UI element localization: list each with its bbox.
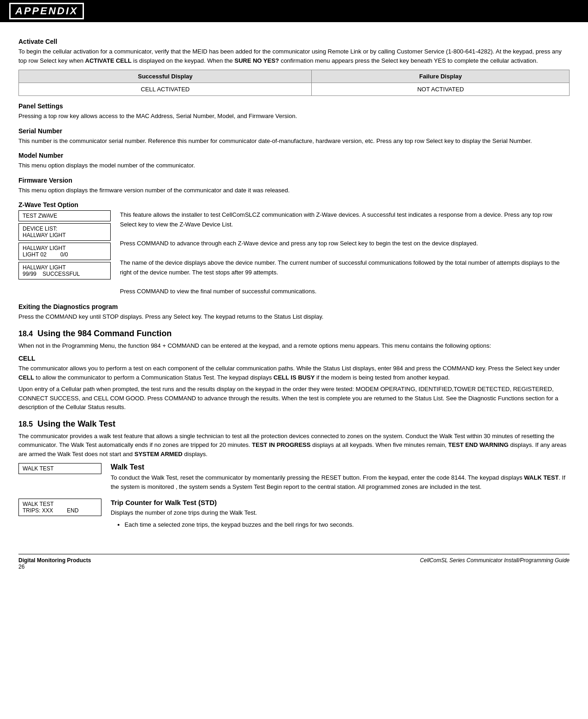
section-185: 18.5 Using the Walk Test The communicato… xyxy=(18,419,570,531)
panel-settings-body: Pressing a top row key allows access to … xyxy=(18,112,570,121)
section-184-header: 18.4 Using the 984 Command Function xyxy=(18,329,570,339)
page-header: APPENDIX xyxy=(0,0,588,22)
zwave-description: This feature allows the installer to tes… xyxy=(120,210,570,297)
activate-cell-title: Activate Cell xyxy=(18,38,570,45)
walktest-screen-wrap: WALK TEST xyxy=(18,463,101,474)
screen-line: HALLWAY LIGHT xyxy=(23,245,107,251)
tripcounter-screen-wrap: WALK TEST TRIPS: XXX END xyxy=(18,499,101,516)
panel-settings-title: Panel Settings xyxy=(18,102,570,110)
keypad-screen-4: HALLWAY LIGHT 99/99 SUCCESSFUL xyxy=(18,262,111,279)
walktest-screen: WALK TEST xyxy=(18,463,101,474)
section-185-body: The communicator provides a walk test fe… xyxy=(18,432,570,459)
screen-line: WALK TEST xyxy=(23,465,97,472)
tripcounter-title: Trip Counter for Walk Test (STD) xyxy=(111,499,354,506)
section-184: 18.4 Using the 984 Command Function When… xyxy=(18,329,570,412)
zwave-test-section: Z-Wave Test Option TEST ZWAVE DEVICE LIS… xyxy=(18,201,570,297)
section-184-number: 18.4 xyxy=(18,330,33,338)
firmware-version-title: Firmware Version xyxy=(18,177,570,184)
tripcounter-screen: WALK TEST TRIPS: XXX END xyxy=(18,499,101,516)
keypad-screen-2: DEVICE LIST: HALLWAY LIGHT xyxy=(18,223,111,241)
cell-body-2: Upon entry of a Cellular path when promp… xyxy=(18,385,570,412)
footer-left-block: Digital Monitoring Products 26 xyxy=(18,557,91,570)
tripcounter-list: Each time a selected zone trips, the key… xyxy=(125,520,354,529)
page-footer: Digital Monitoring Products 26 CellComSL… xyxy=(18,554,570,570)
serial-number-section: Serial Number This number is the communi… xyxy=(18,127,570,146)
section-185-number: 18.5 xyxy=(18,420,33,428)
serial-number-body: This number is the communicator serial n… xyxy=(18,137,570,146)
keypad-screen-1: TEST ZWAVE xyxy=(18,210,111,221)
screen-line: TRIPS: XXX END xyxy=(23,507,97,514)
model-number-section: Model Number This menu option displays t… xyxy=(18,152,570,170)
activate-cell-body: To begin the cellular activation for a c… xyxy=(18,47,570,65)
walktest-text-block: Walk Test To conduct the Walk Test, rese… xyxy=(111,463,570,494)
screen-line: HALLWAY LIGHT xyxy=(23,232,107,238)
section-184-intro: When not in the Programming Menu, the fu… xyxy=(18,341,570,351)
model-number-title: Model Number xyxy=(18,152,570,159)
firmware-version-section: Firmware Version This menu option displa… xyxy=(18,177,570,195)
cell-subtitle: CELL xyxy=(18,355,570,362)
page-number: 26 xyxy=(18,564,24,570)
table-header-failure: Failure Display xyxy=(312,70,570,83)
activate-cell-section: Activate Cell To begin the cellular acti… xyxy=(18,38,570,96)
screen-line: TEST ZWAVE xyxy=(23,213,107,219)
screen-line: LIGHT 02 0/0 xyxy=(23,251,107,258)
table-cell-not-activated: NOT ACTIVATED xyxy=(312,83,570,96)
section-185-title: Using the Walk Test xyxy=(37,419,115,429)
screen-line: HALLWAY LIGHT xyxy=(23,264,107,271)
tripcounter-layout: WALK TEST TRIPS: XXX END Trip Counter fo… xyxy=(18,499,570,531)
main-content: Activate Cell To begin the cellular acti… xyxy=(0,22,588,545)
list-item: Each time a selected zone trips, the key… xyxy=(125,520,354,529)
walktest-layout: WALK TEST Walk Test To conduct the Walk … xyxy=(18,463,570,494)
appendix-logo: APPENDIX xyxy=(9,3,84,19)
exiting-diagnostics-title: Exiting the Diagnostics program xyxy=(18,303,570,310)
serial-number-title: Serial Number xyxy=(18,127,570,135)
keypad-screen-3: HALLWAY LIGHT LIGHT 02 0/0 xyxy=(18,243,111,260)
screen-line: WALK TEST xyxy=(23,501,97,507)
walktest-body: To conduct the Walk Test, reset the comm… xyxy=(111,473,570,491)
cell-body-1: The communicator allows you to perform a… xyxy=(18,364,570,382)
firmware-version-body: This menu option displays the firmware v… xyxy=(18,186,570,195)
activate-cell-table: Successful Display Failure Display CELL … xyxy=(18,70,570,96)
zwave-test-title: Z-Wave Test Option xyxy=(18,201,570,208)
screen-line: 99/99 SUCCESSFUL xyxy=(23,271,107,277)
tripcounter-text-block: Trip Counter for Walk Test (STD) Display… xyxy=(111,499,354,531)
tripcounter-body: Displays the number of zone trips during… xyxy=(111,508,354,517)
table-cell-activated: CELL ACTIVATED xyxy=(19,83,312,96)
section-185-header: 18.5 Using the Walk Test xyxy=(18,419,570,429)
footer-company: Digital Monitoring Products xyxy=(18,557,91,564)
exiting-diagnostics-body: Press the COMMAND key until STOP display… xyxy=(18,312,570,321)
table-row: CELL ACTIVATED NOT ACTIVATED xyxy=(19,83,570,96)
model-number-body: This menu option displays the model numb… xyxy=(18,161,570,170)
zwave-screens: TEST ZWAVE DEVICE LIST: HALLWAY LIGHT HA… xyxy=(18,210,111,297)
section-184-title: Using the 984 Command Function xyxy=(37,329,172,339)
table-header-success: Successful Display xyxy=(19,70,312,83)
exiting-diagnostics-section: Exiting the Diagnostics program Press th… xyxy=(18,303,570,321)
zwave-layout: TEST ZWAVE DEVICE LIST: HALLWAY LIGHT HA… xyxy=(18,210,570,297)
panel-settings-section: Panel Settings Pressing a top row key al… xyxy=(18,102,570,121)
screen-line: DEVICE LIST: xyxy=(23,226,107,232)
walktest-title: Walk Test xyxy=(111,463,570,471)
footer-guide-title: CellComSL Series Communicator Install/Pr… xyxy=(420,557,570,570)
